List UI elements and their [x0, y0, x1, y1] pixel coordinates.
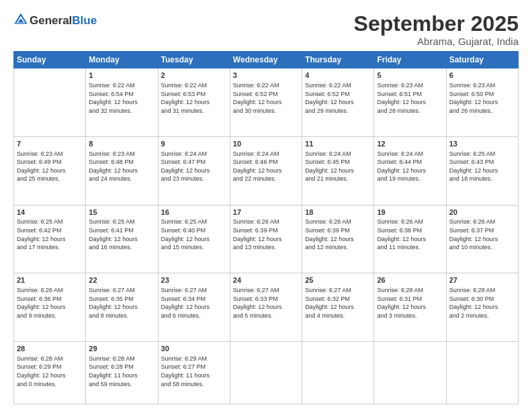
- day-number: 22: [89, 275, 154, 285]
- location-title: Abrama, Gujarat, India: [354, 36, 519, 47]
- day-number: 16: [161, 208, 227, 218]
- day-info: Sunrise: 6:27 AM Sunset: 6:33 PM Dayligh…: [233, 286, 299, 320]
- day-number: 27: [449, 275, 515, 285]
- day-info: Sunrise: 6:28 AM Sunset: 6:28 PM Dayligh…: [89, 355, 154, 388]
- day-number: 23: [161, 275, 227, 285]
- day-number: 14: [17, 208, 83, 218]
- day-number: 13: [449, 139, 515, 149]
- calendar-cell: 17Sunrise: 6:26 AM Sunset: 6:39 PM Dayli…: [230, 205, 302, 273]
- day-info: Sunrise: 6:24 AM Sunset: 6:47 PM Dayligh…: [161, 150, 227, 183]
- calendar-cell: 6Sunrise: 6:23 AM Sunset: 6:50 PM Daylig…: [446, 68, 518, 137]
- calendar-week-1: 1Sunrise: 6:22 AM Sunset: 6:54 PM Daylig…: [14, 68, 519, 137]
- calendar-cell: 20Sunrise: 6:26 AM Sunset: 6:37 PM Dayli…: [446, 205, 518, 273]
- day-info: Sunrise: 6:23 AM Sunset: 6:48 PM Dayligh…: [89, 150, 154, 183]
- calendar-cell: 28Sunrise: 6:28 AM Sunset: 6:29 PM Dayli…: [14, 341, 86, 404]
- day-number: 18: [305, 208, 371, 218]
- logo: GeneralBlue: [13, 12, 97, 30]
- day-number: 3: [233, 71, 299, 81]
- calendar-cell: [374, 341, 446, 404]
- calendar-cell: 30Sunrise: 6:29 AM Sunset: 6:27 PM Dayli…: [158, 341, 230, 404]
- calendar-cell: 7Sunrise: 6:23 AM Sunset: 6:49 PM Daylig…: [14, 136, 86, 205]
- day-number: 15: [89, 208, 154, 218]
- day-info: Sunrise: 6:25 AM Sunset: 6:41 PM Dayligh…: [89, 218, 154, 251]
- calendar-cell: 25Sunrise: 6:27 AM Sunset: 6:32 PM Dayli…: [302, 273, 374, 342]
- day-number: 24: [233, 275, 299, 285]
- calendar-cell: 22Sunrise: 6:27 AM Sunset: 6:35 PM Dayli…: [86, 273, 158, 342]
- calendar-cell: 8Sunrise: 6:23 AM Sunset: 6:48 PM Daylig…: [86, 136, 158, 205]
- calendar-cell: 4Sunrise: 6:22 AM Sunset: 6:52 PM Daylig…: [302, 68, 374, 137]
- day-number: 2: [161, 71, 227, 81]
- weekday-header-wednesday: Wednesday: [230, 52, 302, 68]
- day-number: 8: [89, 139, 154, 149]
- title-block: September 2025 Abrama, Gujarat, India: [354, 12, 519, 47]
- calendar-cell: [302, 341, 374, 404]
- day-number: 11: [305, 139, 371, 149]
- day-info: Sunrise: 6:24 AM Sunset: 6:46 PM Dayligh…: [233, 150, 299, 183]
- day-number: 28: [17, 344, 83, 354]
- day-number: 6: [449, 71, 515, 81]
- calendar-cell: 14Sunrise: 6:25 AM Sunset: 6:42 PM Dayli…: [14, 205, 86, 273]
- logo-blue: Blue: [72, 14, 97, 27]
- calendar-cell: 26Sunrise: 6:28 AM Sunset: 6:31 PM Dayli…: [374, 273, 446, 342]
- calendar-cell: [230, 341, 302, 404]
- calendar-week-3: 14Sunrise: 6:25 AM Sunset: 6:42 PM Dayli…: [14, 205, 519, 273]
- day-number: 9: [161, 139, 227, 149]
- day-number: 4: [305, 71, 371, 81]
- calendar-cell: 13Sunrise: 6:25 AM Sunset: 6:43 PM Dayli…: [446, 136, 518, 205]
- day-number: 30: [161, 344, 227, 354]
- calendar-cell: 18Sunrise: 6:26 AM Sunset: 6:39 PM Dayli…: [302, 205, 374, 273]
- calendar-cell: 15Sunrise: 6:25 AM Sunset: 6:41 PM Dayli…: [86, 205, 158, 273]
- calendar-cell: 9Sunrise: 6:24 AM Sunset: 6:47 PM Daylig…: [158, 136, 230, 205]
- logo-general: General: [30, 14, 72, 27]
- calendar-cell: 12Sunrise: 6:24 AM Sunset: 6:44 PM Dayli…: [374, 136, 446, 205]
- day-number: 12: [377, 139, 443, 149]
- calendar-cell: 11Sunrise: 6:24 AM Sunset: 6:45 PM Dayli…: [302, 136, 374, 205]
- day-info: Sunrise: 6:26 AM Sunset: 6:39 PM Dayligh…: [233, 218, 299, 251]
- calendar-cell: 3Sunrise: 6:22 AM Sunset: 6:52 PM Daylig…: [230, 68, 302, 137]
- header: GeneralBlue September 2025 Abrama, Gujar…: [13, 12, 519, 47]
- day-info: Sunrise: 6:28 AM Sunset: 6:31 PM Dayligh…: [377, 286, 443, 320]
- weekday-header-thursday: Thursday: [302, 52, 374, 68]
- day-info: Sunrise: 6:25 AM Sunset: 6:40 PM Dayligh…: [161, 218, 227, 251]
- day-info: Sunrise: 6:27 AM Sunset: 6:34 PM Dayligh…: [161, 286, 227, 320]
- day-info: Sunrise: 6:22 AM Sunset: 6:52 PM Dayligh…: [305, 81, 371, 115]
- day-info: Sunrise: 6:25 AM Sunset: 6:42 PM Dayligh…: [17, 218, 83, 251]
- page: GeneralBlue September 2025 Abrama, Gujar…: [0, 0, 532, 411]
- day-info: Sunrise: 6:26 AM Sunset: 6:38 PM Dayligh…: [377, 218, 443, 251]
- day-number: 17: [233, 208, 299, 218]
- day-info: Sunrise: 6:28 AM Sunset: 6:30 PM Dayligh…: [449, 286, 515, 320]
- month-title: September 2025: [354, 12, 519, 36]
- day-info: Sunrise: 6:22 AM Sunset: 6:53 PM Dayligh…: [161, 81, 227, 115]
- day-info: Sunrise: 6:28 AM Sunset: 6:29 PM Dayligh…: [17, 355, 83, 388]
- calendar-week-2: 7Sunrise: 6:23 AM Sunset: 6:49 PM Daylig…: [14, 136, 519, 205]
- day-number: 7: [17, 139, 83, 149]
- day-number: 10: [233, 139, 299, 149]
- day-info: Sunrise: 6:27 AM Sunset: 6:35 PM Dayligh…: [89, 286, 154, 320]
- logo-icon: [13, 12, 28, 27]
- weekday-header-monday: Monday: [86, 52, 158, 68]
- day-info: Sunrise: 6:24 AM Sunset: 6:45 PM Dayligh…: [305, 150, 371, 183]
- day-info: Sunrise: 6:26 AM Sunset: 6:37 PM Dayligh…: [449, 218, 515, 251]
- calendar-table: SundayMondayTuesdayWednesdayThursdayFrid…: [13, 51, 519, 404]
- calendar-cell: 16Sunrise: 6:25 AM Sunset: 6:40 PM Dayli…: [158, 205, 230, 273]
- calendar-cell: [446, 341, 518, 404]
- calendar-cell: 5Sunrise: 6:23 AM Sunset: 6:51 PM Daylig…: [374, 68, 446, 137]
- day-info: Sunrise: 6:23 AM Sunset: 6:49 PM Dayligh…: [17, 150, 83, 183]
- calendar-cell: 27Sunrise: 6:28 AM Sunset: 6:30 PM Dayli…: [446, 273, 518, 342]
- calendar-cell: 2Sunrise: 6:22 AM Sunset: 6:53 PM Daylig…: [158, 68, 230, 137]
- day-number: 26: [377, 275, 443, 285]
- calendar-cell: 21Sunrise: 6:26 AM Sunset: 6:36 PM Dayli…: [14, 273, 86, 342]
- calendar-cell: 19Sunrise: 6:26 AM Sunset: 6:38 PM Dayli…: [374, 205, 446, 273]
- calendar-week-4: 21Sunrise: 6:26 AM Sunset: 6:36 PM Dayli…: [14, 273, 519, 342]
- weekday-header-friday: Friday: [374, 52, 446, 68]
- day-number: 20: [449, 208, 515, 218]
- day-number: 21: [17, 275, 83, 285]
- day-info: Sunrise: 6:26 AM Sunset: 6:36 PM Dayligh…: [17, 286, 83, 320]
- day-info: Sunrise: 6:23 AM Sunset: 6:51 PM Dayligh…: [377, 81, 443, 115]
- calendar-cell: 29Sunrise: 6:28 AM Sunset: 6:28 PM Dayli…: [86, 341, 158, 404]
- day-info: Sunrise: 6:26 AM Sunset: 6:39 PM Dayligh…: [305, 218, 371, 251]
- calendar-cell: 1Sunrise: 6:22 AM Sunset: 6:54 PM Daylig…: [86, 68, 158, 137]
- weekday-header-row: SundayMondayTuesdayWednesdayThursdayFrid…: [14, 52, 519, 68]
- day-info: Sunrise: 6:22 AM Sunset: 6:52 PM Dayligh…: [233, 81, 299, 115]
- day-number: 19: [377, 208, 443, 218]
